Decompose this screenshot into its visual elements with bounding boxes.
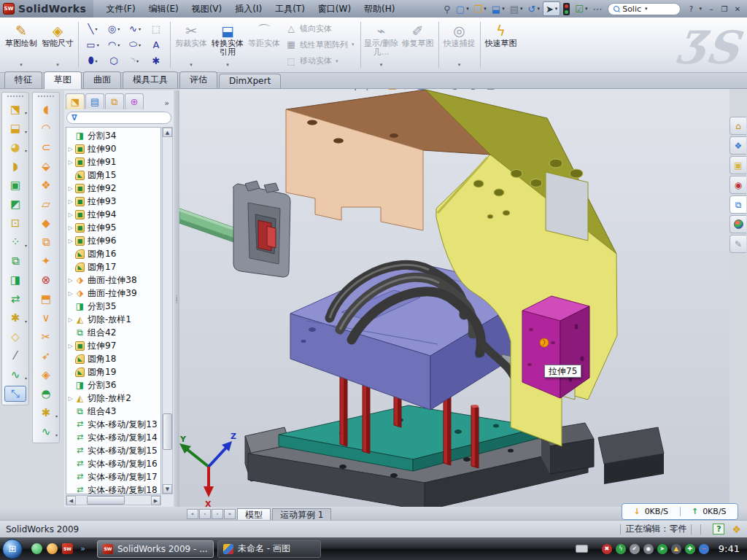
search-input[interactable]: Solic [622, 4, 641, 14]
sketch-text-icon[interactable]: A [146, 38, 166, 51]
expander-icon[interactable]: ▷ [66, 159, 74, 166]
ruled-surface-icon[interactable]: ∨ [35, 310, 57, 326]
extruded-boss-icon[interactable]: ⬔▾ [4, 101, 26, 117]
tree-filter-box[interactable]: ∇ [66, 112, 171, 124]
toolbar-drag-handle[interactable] [7, 96, 23, 97]
close-button[interactable]: ✕ [731, 3, 744, 15]
volume-icon[interactable]: ◉ [643, 544, 654, 554]
tree-item[interactable]: ▷■拉伸94 [66, 208, 160, 221]
dropdown-caret[interactable]: ▾ [56, 61, 59, 71]
start-button[interactable]: ⊞ [2, 539, 23, 559]
expander-icon[interactable]: ▷ [66, 146, 74, 152]
tree-item[interactable]: ▷■拉伸96 [66, 234, 160, 247]
scroll-right-arrow[interactable]: ▶ [151, 496, 160, 505]
arc-icon[interactable]: ◠▾ [104, 38, 124, 51]
rebuild-traffic-light-icon[interactable] [561, 1, 572, 16]
delete-face-icon[interactable]: ⊗ [35, 272, 57, 288]
expander-icon[interactable]: ▷ [66, 290, 74, 297]
scroll-down-arrow[interactable]: ▼ [163, 484, 172, 494]
propertymanager-tab[interactable]: ▤ [85, 93, 104, 109]
lofted-cut-icon[interactable]: ◩ [4, 196, 26, 212]
dropdown-caret[interactable]: ▾ [25, 110, 27, 115]
dropdown-caret[interactable]: ▾ [97, 42, 99, 47]
dropdown-caret[interactable]: ▾ [139, 26, 141, 31]
spline-icon[interactable]: ∿▾ [125, 23, 145, 36]
messenger-icon[interactable] [31, 543, 42, 554]
dropdown-caret[interactable]: ▾ [25, 376, 27, 381]
trim-surface-icon[interactable]: ✂ [35, 329, 57, 345]
help-button[interactable]: ? [684, 3, 697, 15]
thicken-icon[interactable]: ⬒ [35, 291, 57, 307]
knit-surface-icon[interactable]: ◈ [35, 367, 57, 383]
tree-item[interactable]: ⇄实体-移动/复制18 [66, 483, 160, 494]
update-service-icon[interactable]: ✔ [630, 544, 640, 554]
expander-icon[interactable]: ▷ [66, 238, 74, 244]
lofted-surface-icon[interactable]: ⬙ [35, 158, 57, 174]
tree-item[interactable]: ◣圆角18 [66, 352, 160, 365]
reference-axis-icon[interactable]: ⁄ [4, 348, 26, 364]
dropdown-caret[interactable]: ▾ [25, 319, 27, 324]
circle-icon[interactable]: ◎▾ [104, 23, 124, 36]
slider-block[interactable] [522, 296, 589, 398]
measure-icon[interactable]: ⤡ [4, 386, 26, 402]
tree-item[interactable]: ⧉组合42 [66, 326, 160, 339]
dropdown-caret[interactable]: ▾ [96, 58, 98, 63]
combine-bodies-icon[interactable]: ⧉ [4, 253, 26, 269]
menu-item[interactable]: 窗口(W) [311, 1, 357, 18]
tree-item[interactable]: ▷⬗曲面-拉伸39 [66, 287, 160, 300]
featuremanager-tab[interactable]: ⬔ [66, 93, 85, 109]
convert-entities-button[interactable]: ⬓转换实体引用▾ [209, 19, 246, 71]
offset-surface-icon[interactable]: ⧉ [35, 234, 57, 250]
sketch-fillet-icon[interactable]: ◝▾ [125, 54, 145, 67]
move-copy-bodies-icon[interactable]: ⇄ [4, 291, 26, 307]
restore-button[interactable]: ❐ [718, 3, 731, 15]
tree-horizontal-scrollbar[interactable]: ◀ ▶ [66, 495, 161, 505]
expander-icon[interactable]: ▷ [66, 225, 74, 231]
security-center-icon[interactable]: ϟ [616, 544, 626, 554]
linear-pattern-icon[interactable]: ⁘▾ [4, 234, 26, 250]
tree-item[interactable]: ⇄实体-移动/复制13 [66, 418, 160, 431]
dropdown-caret[interactable]: ▾ [20, 61, 23, 71]
tree-item[interactable]: ◨分割34 [66, 129, 160, 142]
dropdown-caret[interactable]: ▾ [585, 6, 588, 12]
hole-wizard-icon[interactable]: ⊡ [4, 215, 26, 231]
tree-item[interactable]: ⧉组合43 [66, 405, 160, 418]
tree-item[interactable]: ▷■拉伸95 [66, 221, 160, 234]
expander-icon[interactable]: ▷ [66, 343, 74, 349]
dropdown-caret[interactable]: ▾ [380, 61, 383, 71]
expander-icon[interactable]: ▷ [66, 277, 74, 284]
expander-icon[interactable]: ▷ [66, 395, 74, 402]
dropdown-caret[interactable]: ▾ [117, 42, 120, 47]
scroll-left-arrow[interactable]: ◀ [66, 496, 76, 505]
tab-DimXpert[interactable]: DimXpert [219, 74, 281, 88]
3d-viewport[interactable]: Y Z X [179, 89, 729, 507]
tab-评估[interactable]: 评估 [179, 71, 217, 88]
tree-item[interactable]: ▷◭切除-放样1 [66, 313, 160, 326]
solidworks-launcher-icon[interactable]: SW [62, 543, 73, 554]
tab-scroll-button[interactable]: » [224, 509, 236, 519]
tree-item[interactable]: ◨分割35 [66, 300, 160, 313]
scroll-thumb-horizontal[interactable] [87, 496, 125, 505]
ellipse-icon[interactable]: ⬭▾ [125, 38, 145, 51]
dropdown-caret[interactable]: ▾ [555, 6, 558, 12]
tree-item[interactable]: ◣圆角19 [66, 365, 160, 378]
tree-item[interactable]: ▷■拉伸92 [66, 182, 160, 195]
repair-sketch-button[interactable]: ✐修复草图 [400, 19, 436, 71]
language-bar-icon[interactable] [576, 545, 588, 553]
tab-scroll-button[interactable]: « [187, 509, 198, 519]
toolbox-tab[interactable]: ◉ [729, 176, 746, 194]
dropdown-caret[interactable]: ▾ [226, 61, 229, 71]
tree-item[interactable]: ▷■拉伸90 [66, 142, 160, 155]
reference-point-icon[interactable]: ✱▾ [4, 310, 26, 326]
dropdown-caret[interactable]: ▾ [458, 61, 461, 71]
menu-item[interactable]: 编辑(E) [142, 1, 185, 18]
trim-entities-button[interactable]: ✂剪裁实体▾ [173, 19, 209, 71]
menu-item[interactable]: 视图(V) [185, 1, 229, 18]
surface-helix-icon[interactable]: ∿▾ [35, 424, 57, 440]
quick-tips-help-icon[interactable]: ? [713, 524, 724, 534]
dropdown-caret[interactable]: ▾ [336, 58, 338, 64]
surface-point-icon[interactable]: ✱▾ [35, 405, 57, 421]
dropdown-caret[interactable]: ▾ [55, 413, 58, 419]
tab-曲面[interactable]: 曲面 [83, 71, 121, 88]
dropdown-caret[interactable]: ▾ [520, 6, 523, 12]
